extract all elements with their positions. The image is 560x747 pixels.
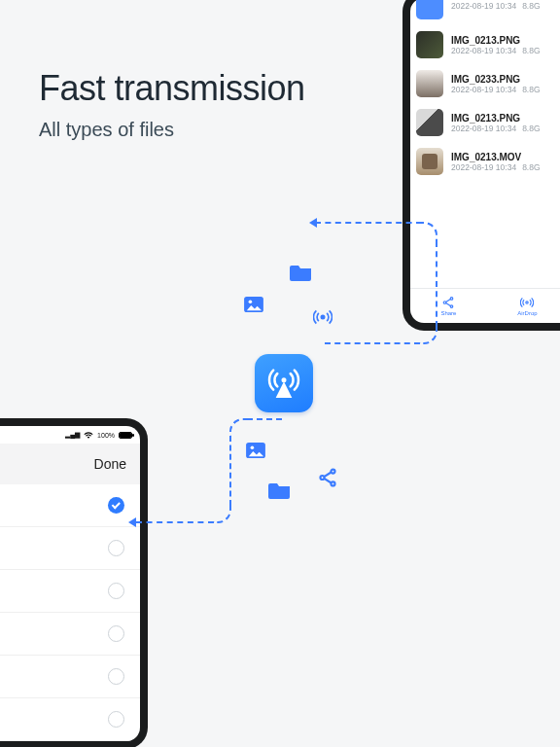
radio-icon [108,625,124,642]
wifi-icon [84,431,93,440]
file-name: IMG_0213.PNG [451,35,541,46]
connector-line [136,521,214,523]
folder-icon [268,480,292,500]
connector-line [229,436,231,506]
file-date: 2022-08-19 10:34 [451,124,516,133]
app-icon [255,354,313,412]
connector-line [436,241,438,327]
file-row[interactable]: IMG_0213.PNG 2022-08-19 10:34 8.8G [410,25,560,64]
file-row[interactable]: IMG_0213.PNG 2022-08-19 10:34 8.8G [410,103,560,142]
picker-header: Done [0,444,140,484]
battery-icon [119,432,132,439]
file-list: 2022-08-19 10:34 8.8G IMG_0213.PNG 2022-… [410,0,560,288]
radio-icon [108,711,124,728]
connector-line [229,418,249,438]
photo-icon [243,296,264,313]
file-name: IMG_0213.MOV [451,152,541,162]
svg-point-1 [444,302,447,304]
file-size: 8.8G [522,1,540,11]
svg-point-7 [321,315,324,318]
file-row[interactable]: IMG_0233.PNG 2022-08-19 10:34 8.8G [410,64,560,103]
share-button[interactable]: Share [440,296,456,316]
photo-icon [245,442,266,459]
file-date: 2022-08-19 10:34 [451,162,516,172]
picker-list [0,484,140,741]
svg-point-12 [331,481,334,485]
arrow-left-icon [309,218,317,228]
share-label: Share [440,310,456,316]
hero-title: Fast transmission [39,68,305,109]
device-frame-left: ▂▄▆ 100% Done [0,418,148,747]
radio-checked-icon [108,497,124,514]
picker-row[interactable] [0,570,140,613]
file-date: 2022-08-19 10:34 [451,1,516,11]
radio-icon [108,668,124,685]
picker-row[interactable] [0,527,140,570]
file-size: 8.8G [522,46,540,55]
radio-icon [108,540,124,556]
connector-line [315,222,422,224]
device-frame-right: 2022-08-19 10:34 8.8G IMG_0213.PNG 2022-… [402,0,560,331]
file-thumbnail [416,148,443,175]
folder-icon [290,263,313,282]
file-size: 8.8G [522,124,540,133]
file-thumbnail [416,109,443,136]
file-thumbnail [416,0,443,19]
svg-point-3 [526,302,528,303]
file-row[interactable]: 2022-08-19 10:34 8.8G [410,0,560,25]
picker-row[interactable] [0,484,140,527]
share-icon [317,467,338,488]
svg-point-0 [451,298,454,301]
svg-point-6 [249,301,253,304]
picker-row[interactable] [0,698,140,741]
file-name: IMG_0213.PNG [451,113,541,124]
connector-line [325,342,420,344]
file-date: 2022-08-19 10:34 [451,46,516,55]
broadcast-icon [313,307,332,327]
airdrop-label: AirDrop [517,310,537,316]
picker-row[interactable] [0,656,140,698]
connector-line [247,418,282,420]
bottom-toolbar: Share AirDrop [410,288,560,323]
arrow-left-icon [128,517,136,527]
signal-icon: ▂▄▆ [65,431,80,439]
broadcast-icon [520,296,534,309]
svg-point-2 [451,305,454,308]
file-size: 8.8G [522,85,540,94]
device-screen-left: ▂▄▆ 100% Done [0,426,140,741]
svg-point-10 [331,470,334,474]
airdrop-button[interactable]: AirDrop [517,296,537,316]
svg-point-9 [251,446,255,450]
device-screen-right: 2022-08-19 10:34 8.8G IMG_0213.PNG 2022-… [410,0,560,323]
file-thumbnail [416,70,443,97]
connector-line [418,325,438,344]
file-thumbnail [416,31,443,58]
status-bar: ▂▄▆ 100% [0,426,140,444]
file-name: IMG_0233.PNG [451,74,541,85]
connector-line [212,504,231,523]
share-icon [441,296,455,309]
battery-percent: 100% [97,432,115,439]
hero-subtitle: All types of files [39,119,305,141]
svg-point-11 [320,476,324,480]
file-size: 8.8G [522,162,540,172]
broadcast-icon [264,364,303,403]
radio-icon [108,583,124,599]
file-date: 2022-08-19 10:34 [451,85,516,94]
done-button[interactable]: Done [94,456,126,472]
picker-row[interactable] [0,613,140,656]
file-row[interactable]: IMG_0213.MOV 2022-08-19 10:34 8.8G [410,142,560,181]
